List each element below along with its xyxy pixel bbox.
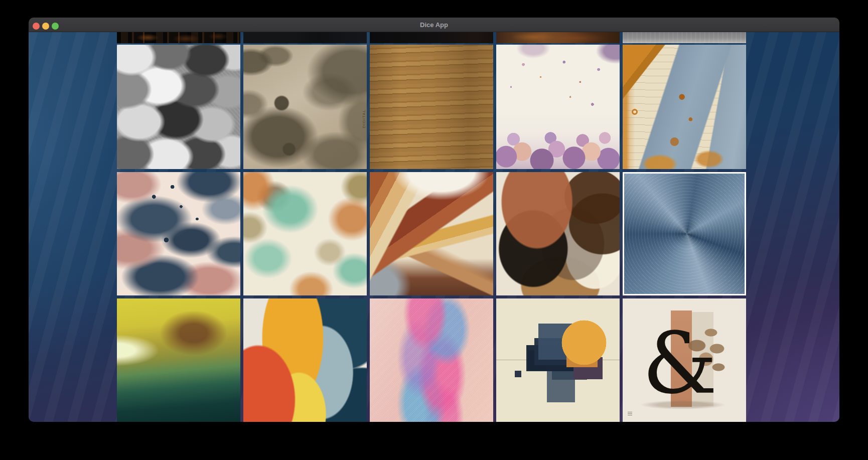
tile-earth-tone-organic-shapes[interactable] [496,172,620,295]
tile-navy-pixel-collage[interactable] [496,298,620,422]
window-title: Dice App [29,18,839,32]
app-window: Dice App DIGITAL [29,18,839,422]
gallery-row-2 [117,172,746,295]
gallery-row-partial [117,32,746,43]
tiny-caption-lines [628,412,632,416]
tile-vintage-botanical-sepia[interactable]: DIGITAL [243,45,367,169]
tile-pastel-watercolor-clouds[interactable] [243,172,367,295]
desktop: Dice App DIGITAL [0,0,868,460]
tile-navy-blush-watercolor-splatter[interactable] [117,172,240,295]
tile-dark-slate-texture[interactable] [243,32,367,43]
tile-charred-wood-planks[interactable] [117,32,240,43]
gallery-row-1: DIGITAL [117,45,746,169]
wallpaper-background: DIGITAL [29,32,839,422]
gallery-row-3: & [117,298,746,422]
tile-terracotta-abstract-landscape[interactable] [370,172,493,295]
tile-black-leather-texture[interactable] [370,32,493,43]
tile-purple-watercolor-floral-border[interactable] [496,45,620,169]
tile-rust-and-blue-paper-collage[interactable] [623,45,746,169]
tile-ampersand-botanical-poster[interactable]: & [623,298,746,422]
image-gallery-grid: DIGITAL [117,32,746,422]
tile-chartreuse-teal-gradient-waves[interactable] [117,298,240,422]
tile-rusted-copper-patina[interactable] [496,32,620,43]
tile-grayscale-impasto-brushstrokes[interactable] [117,45,240,169]
tile-primary-organic-color-blocks[interactable] [243,298,367,422]
tile-pink-blue-particle-wave[interactable] [370,298,493,422]
tile-woven-blue-swirl-selected[interactable] [623,172,746,295]
ampersand-glyph: & [642,322,717,406]
tile-oak-wood-grain[interactable] [370,45,493,169]
titlebar[interactable]: Dice App [29,18,839,32]
watermark-text: DIGITAL [362,109,366,128]
orange-ring-icon [632,109,638,115]
tile-gray-concrete[interactable] [623,32,746,43]
